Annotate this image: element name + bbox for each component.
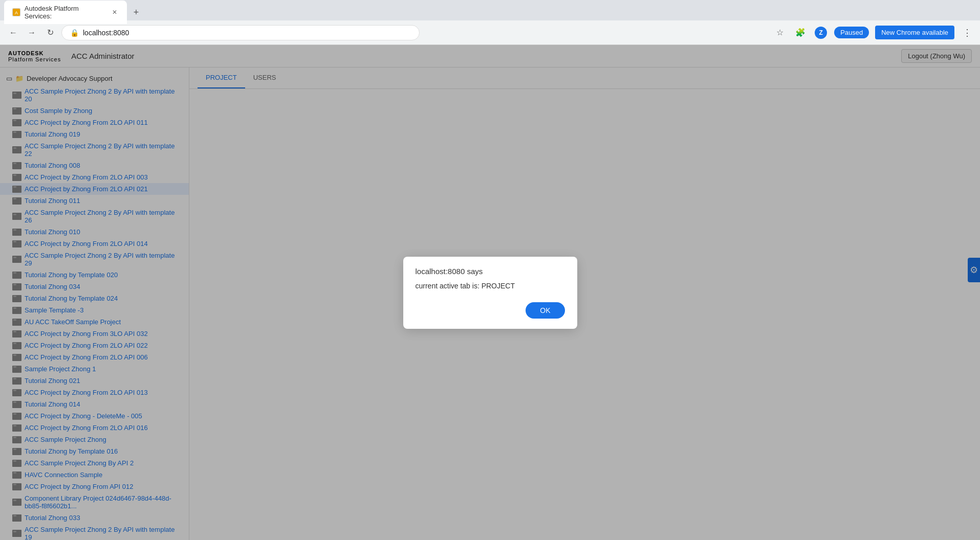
new-tab-button[interactable]: + [129,5,143,19]
paused-label: Paused [840,29,863,36]
profile-button[interactable]: Z [814,26,828,40]
url-text: localhost:8080 [83,29,129,37]
bookmark-button[interactable]: ☆ [773,26,787,40]
modal-message: current active tab is: PROJECT [416,282,565,290]
tab-title: Autodesk Platform Services: [25,5,107,20]
browser-menu-button[interactable]: ⋮ [961,25,974,40]
modal-ok-button[interactable]: OK [526,302,564,319]
modal-overlay: localhost:8080 says current active tab i… [0,45,980,540]
tab-close-btn[interactable]: ✕ [111,8,119,16]
forward-button[interactable]: → [25,26,39,40]
back-button[interactable]: ← [6,26,20,40]
reload-button[interactable]: ↻ [43,26,57,40]
lock-icon: 🔒 [70,29,79,37]
tab-favicon: A [12,8,20,16]
extensions-button[interactable]: 🧩 [793,26,808,40]
svg-text:A: A [15,10,18,15]
modal-actions: OK [416,302,565,319]
address-bar[interactable]: 🔒 localhost:8080 [61,25,420,40]
browser-tab[interactable]: A Autodesk Platform Services: ✕ [4,1,127,24]
modal-title: localhost:8080 says [416,267,565,276]
new-chrome-button[interactable]: New Chrome available [875,26,954,39]
paused-badge[interactable]: Paused [834,27,869,38]
modal-dialog: localhost:8080 says current active tab i… [403,257,577,329]
